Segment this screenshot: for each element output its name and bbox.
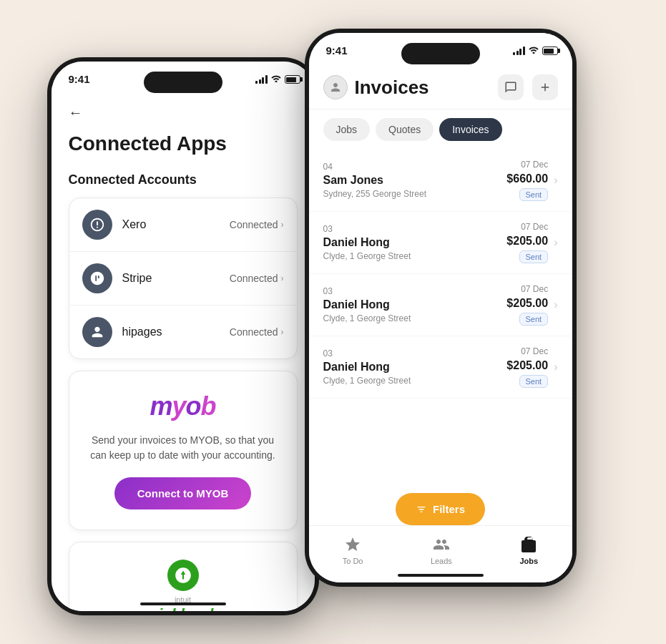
chat-button[interactable] [498, 74, 524, 100]
nav-leads[interactable]: Leads [431, 535, 452, 565]
tab-quotes[interactable]: Quotes [376, 118, 434, 141]
wifi-icon-right [529, 46, 539, 56]
xero-item[interactable]: Xero Connected › [69, 198, 297, 252]
signal-bar-1 [255, 81, 258, 84]
r-signal-bar-3 [519, 49, 521, 55]
inv-chevron-3: › [554, 361, 557, 374]
status-icons-left [255, 74, 300, 84]
inv-date-1: 07 Dec [521, 222, 548, 232]
xero-icon [82, 210, 112, 240]
inv-badge-1: Sent [519, 250, 549, 263]
dynamic-island-left [144, 72, 222, 93]
invoice-row-2[interactable]: 03 Daniel Hong Clyde, 1 George Street 07… [309, 274, 572, 336]
r-signal-bar-1 [513, 52, 515, 55]
inv-name-3: Daniel Hong [323, 361, 507, 374]
phone-left-screen: 9:41 [52, 62, 315, 611]
filter-button[interactable]: Filters [396, 493, 485, 525]
connect-myob-button[interactable]: Connect to MYOB [114, 477, 252, 509]
inv-id-1: 03 [323, 224, 507, 234]
invoice-row-0[interactable]: 04 Sam Jones Sydney, 255 George Street 0… [309, 150, 572, 212]
signal-bars-left [255, 75, 268, 84]
invoice-row-1[interactable]: 03 Daniel Hong Clyde, 1 George Street 07… [309, 212, 572, 274]
r-signal-bar-4 [523, 47, 525, 55]
battery-fill-left [286, 77, 296, 82]
xero-status: Connected › [230, 219, 284, 230]
signal-bars-right [513, 47, 525, 55]
status-icons-right [513, 46, 558, 56]
signal-bar-4 [265, 75, 268, 84]
invoice-row-3[interactable]: 03 Daniel Hong Clyde, 1 George Street 07… [309, 336, 572, 399]
r-signal-bar-2 [516, 51, 519, 55]
nav-jobs[interactable]: Jobs [519, 535, 538, 565]
inv-item-right-3: 07 Dec $205.00 Sent [506, 346, 548, 388]
myob-card: myob Send your invoices to MYOB, so that… [69, 371, 298, 530]
tab-invoices[interactable]: Invoices [439, 118, 501, 141]
signal-bar-2 [259, 79, 261, 84]
inv-item-left-3: 03 Daniel Hong Clyde, 1 George Street [323, 348, 507, 386]
inv-amount-3: $205.00 [506, 359, 548, 372]
ca-section-title: Connected Accounts [69, 172, 298, 187]
leads-icon [432, 535, 451, 554]
jobs-label: Jobs [519, 557, 538, 565]
hipages-item[interactable]: hipages Connected › [69, 306, 297, 358]
inv-date-3: 07 Dec [521, 346, 548, 356]
inv-addr-0: Sydney, 255 George Street [323, 189, 507, 199]
xero-name: Xero [122, 218, 230, 231]
connected-apps-screen: 9:41 [52, 62, 315, 611]
inv-badge-0: Sent [519, 188, 549, 201]
inv-date-2: 07 Dec [521, 284, 548, 294]
phone-right-screen: 9:41 [309, 33, 572, 582]
nav-todo[interactable]: To Do [343, 535, 363, 565]
inv-id-0: 04 [323, 162, 507, 172]
hipages-chevron: › [281, 327, 284, 337]
todo-label: To Do [343, 557, 363, 565]
inv-name-2: Daniel Hong [323, 298, 507, 311]
myob-description: Send your invoices to MYOB, so that you … [84, 433, 283, 463]
inv-item-left-1: 03 Daniel Hong Clyde, 1 George Street [323, 224, 507, 261]
wifi-icon-left [271, 74, 281, 84]
stripe-chevron: › [281, 273, 284, 283]
user-avatar[interactable] [323, 75, 348, 99]
jobs-icon [519, 535, 538, 554]
inv-item-left-2: 03 Daniel Hong Clyde, 1 George Street [323, 286, 507, 323]
status-time-right: 9:41 [326, 44, 348, 57]
inv-addr-2: Clyde, 1 George Street [323, 313, 507, 323]
filter-bar: Filters [309, 493, 572, 525]
hipages-name: hipages [122, 326, 230, 338]
stripe-status: Connected › [230, 273, 284, 284]
inv-addr-1: Clyde, 1 George Street [323, 251, 507, 261]
stripe-icon [82, 263, 112, 293]
invoices-tabs: Jobs Quotes Invoices [309, 109, 572, 150]
inv-chevron-2: › [554, 298, 557, 311]
inv-chevron-1: › [554, 236, 557, 249]
inv-item-right-1: 07 Dec $205.00 Sent [506, 222, 548, 263]
phone-left: 9:41 [47, 57, 319, 615]
stripe-name: Stripe [122, 272, 230, 285]
status-time-left: 9:41 [69, 73, 90, 85]
inv-name-1: Daniel Hong [323, 236, 507, 249]
add-button[interactable] [532, 74, 558, 100]
inv-header-left: Invoices [323, 75, 429, 99]
ca-title: Connected Apps [69, 132, 298, 155]
inv-amount-0: $660.00 [506, 172, 548, 185]
leads-label: Leads [431, 557, 452, 565]
invoices-screen: 9:41 [309, 33, 572, 582]
home-indicator-left [140, 602, 226, 605]
tab-jobs[interactable]: Jobs [323, 118, 371, 141]
quickbooks-icon [167, 560, 199, 591]
hipages-icon [82, 317, 112, 347]
scene: 9:41 [26, 14, 641, 630]
battery-icon-left [285, 75, 300, 84]
stripe-item[interactable]: Stripe Connected › [69, 252, 297, 306]
inv-amount-1: $205.00 [506, 235, 548, 248]
todo-icon [343, 535, 362, 554]
inv-item-right-0: 07 Dec $660.00 Sent [506, 160, 548, 201]
inv-amount-2: $205.00 [506, 297, 548, 310]
dynamic-island-right [401, 43, 480, 64]
inv-id-3: 03 [323, 348, 507, 358]
battery-icon-right [542, 47, 558, 55]
inv-addr-3: Clyde, 1 George Street [323, 376, 507, 386]
back-button[interactable]: ← [69, 104, 83, 121]
inv-chevron-0: › [554, 174, 557, 187]
quickbooks-card: intuit quickbooks [69, 542, 298, 611]
